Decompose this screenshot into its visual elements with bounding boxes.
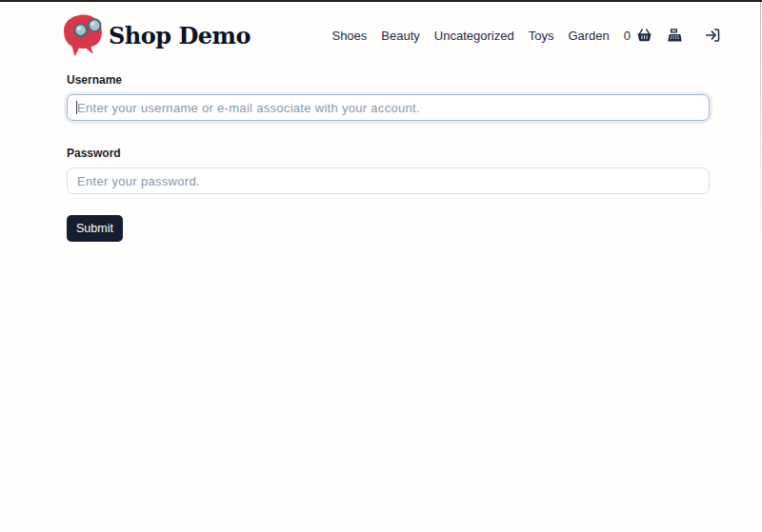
password-input[interactable]	[67, 167, 710, 194]
shopping-basket-icon	[636, 28, 652, 43]
shop-mascot-logo-icon	[61, 11, 105, 59]
nav-item-toys[interactable]: Toys	[529, 29, 554, 43]
password-label: Password	[67, 147, 762, 160]
site-header: Shop Demo Shoes Beauty Uncategorized Toy…	[0, 2, 762, 69]
nav-item-beauty[interactable]: Beauty	[381, 29, 419, 43]
cash-register-icon	[667, 28, 683, 43]
login-page-content: Username Password Submit	[0, 69, 762, 242]
cash-register-button[interactable]	[667, 28, 683, 43]
text-caret	[76, 101, 77, 114]
nav-item-uncategorized[interactable]: Uncategorized	[434, 29, 514, 43]
nav-item-shoes[interactable]: Shoes	[331, 29, 367, 43]
brand-home-link[interactable]: Shop Demo	[61, 11, 251, 59]
username-input-wrap	[67, 94, 710, 121]
nav-item-garden[interactable]: Garden	[568, 29, 609, 43]
submit-button[interactable]: Submit	[67, 215, 123, 242]
brand-title: Shop Demo	[109, 22, 251, 49]
sign-in-button[interactable]	[705, 28, 721, 43]
main-nav: Shoes Beauty Uncategorized Toys Garden 0	[331, 28, 721, 43]
cart-link[interactable]: 0	[624, 28, 652, 43]
sign-in-icon	[705, 28, 721, 43]
cart-count: 0	[624, 29, 631, 43]
username-label: Username	[67, 73, 762, 87]
username-input[interactable]	[67, 94, 710, 121]
window-edge-line	[760, 2, 761, 259]
